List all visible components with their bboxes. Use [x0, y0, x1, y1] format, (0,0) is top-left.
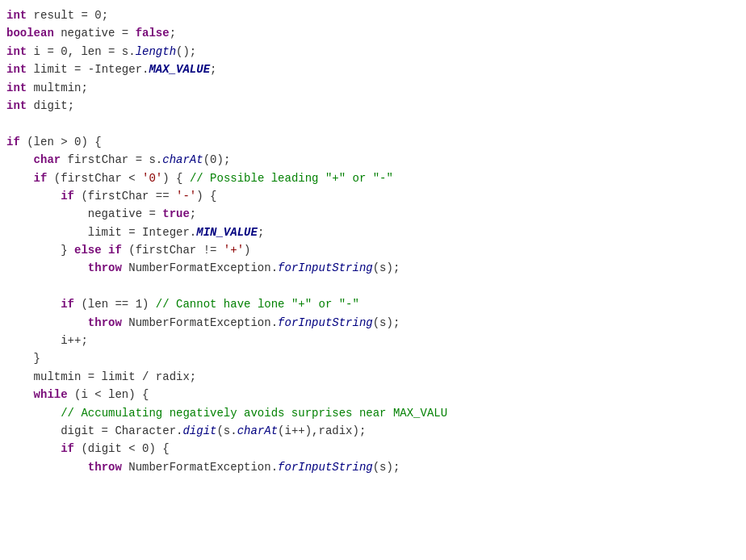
- code-text: [6, 461, 88, 474]
- comment: // Cannot have lone "+" or "-": [156, 298, 359, 311]
- code-text: ;: [258, 226, 264, 239]
- code-text: (firstChar ==: [74, 190, 176, 203]
- keyword: if: [61, 442, 74, 455]
- code-line: [0, 278, 746, 295]
- keyword: if: [61, 190, 74, 203]
- keyword: int: [6, 9, 27, 22]
- constant: MAX_VALUE: [149, 63, 210, 76]
- keyword: int: [6, 63, 27, 76]
- code-line: multmin = limit / radix;: [0, 368, 746, 386]
- code-line: negative = true;: [0, 205, 746, 223]
- code-text: }: [6, 352, 40, 365]
- code-text: NumberFormatException.: [122, 461, 278, 474]
- code-text: (digit < 0) {: [74, 442, 170, 455]
- keyword: throw: [88, 461, 122, 474]
- method-call: forInputString: [278, 261, 373, 274]
- code-text: i++;: [6, 334, 88, 347]
- keyword: int: [6, 81, 27, 94]
- comment: // Accumulating negatively avoids surpri…: [61, 407, 447, 420]
- code-line: digit = Character.digit(s.charAt(i++),ra…: [0, 422, 746, 440]
- code-line: [0, 115, 746, 132]
- keyword: int: [6, 99, 27, 112]
- code-text: i = 0, len = s.: [27, 45, 135, 58]
- code-text: (i < len) {: [68, 388, 149, 401]
- code-text: (s);: [373, 261, 400, 274]
- code-line: } else if (firstChar != '+'): [0, 241, 746, 259]
- keyword: true: [162, 207, 190, 220]
- code-text: (len > 0) {: [20, 136, 102, 148]
- keyword: else if: [74, 244, 122, 257]
- code-text: [6, 407, 61, 420]
- code-text: ;: [210, 63, 216, 76]
- keyword: int: [6, 45, 27, 58]
- code-text: [6, 153, 34, 166]
- code-text: digit;: [27, 99, 74, 112]
- code-line: while (i < len) {: [0, 386, 746, 403]
- comment: // Possible leading "+" or "-": [190, 172, 393, 185]
- code-text: (s);: [373, 316, 400, 329]
- code-line: throw NumberFormatException.forInputStri…: [0, 314, 746, 332]
- code-text: (len == 1): [74, 298, 156, 311]
- code-line: if (digit < 0) {: [0, 440, 746, 458]
- keyword: boolean: [6, 27, 54, 40]
- keyword: if: [34, 172, 48, 185]
- code-text: ): [244, 244, 250, 257]
- code-text: NumberFormatException.: [122, 261, 278, 274]
- method-call: charAt: [162, 153, 203, 166]
- keyword: throw: [88, 316, 122, 329]
- code-text: ();: [176, 45, 196, 58]
- code-line: }: [0, 349, 746, 367]
- method-call: length: [136, 45, 176, 58]
- code-line: int limit = -Integer.MAX_VALUE;: [0, 61, 746, 78]
- code-text: [6, 316, 88, 329]
- code-line: int digit;: [0, 97, 746, 115]
- keyword: while: [34, 388, 68, 401]
- code-text: ;: [190, 207, 196, 220]
- char-literal: '-': [176, 190, 196, 203]
- code-text: }: [6, 244, 74, 257]
- keyword: throw: [88, 261, 122, 274]
- code-text: [6, 298, 61, 311]
- code-text: limit = -Integer.: [27, 63, 149, 76]
- method-call: forInputString: [278, 461, 373, 474]
- code-container: int result = 0; boolean negative = false…: [0, 0, 746, 560]
- code-line: int i = 0, len = s.length();: [0, 43, 746, 61]
- keyword: if: [61, 298, 74, 311]
- code-line: if (firstChar < '0') { // Possible leadi…: [0, 169, 746, 187]
- keyword: if: [6, 136, 20, 148]
- char-literal: '0': [142, 172, 162, 185]
- code-text: result = 0;: [27, 9, 108, 22]
- code-text: [6, 172, 34, 185]
- code-text: multmin;: [27, 81, 88, 94]
- code-text: (0);: [203, 153, 231, 166]
- code-text: firstChar = s.: [61, 153, 162, 166]
- code-line: if (len > 0) {: [0, 133, 746, 151]
- code-line: int result = 0;: [0, 6, 746, 24]
- code-text: NumberFormatException.: [122, 316, 278, 329]
- keyword: char: [34, 153, 61, 166]
- code-text: [6, 388, 34, 401]
- code-line: limit = Integer.MIN_VALUE;: [0, 224, 746, 241]
- code-text: (s.: [216, 424, 237, 437]
- code-text: limit = Integer.: [6, 226, 196, 239]
- code-line: int multmin;: [0, 79, 746, 97]
- char-literal: '+': [224, 244, 244, 257]
- code-text: [6, 442, 61, 455]
- code-text: [6, 261, 88, 274]
- code-line: char firstChar = s.charAt(0);: [0, 151, 746, 169]
- code-line: // Accumulating negatively avoids surpri…: [0, 404, 746, 422]
- code-line: i++;: [0, 332, 746, 349]
- code-text: ) {: [162, 172, 190, 185]
- code-text: negative =: [54, 27, 136, 40]
- code-text: negative =: [6, 207, 162, 220]
- method-call: digit: [182, 424, 216, 437]
- code-text: (s);: [373, 461, 400, 474]
- code-text: (firstChar !=: [122, 244, 224, 257]
- code-text: multmin = limit / radix;: [6, 370, 196, 383]
- code-line: if (firstChar == '-') {: [0, 187, 746, 205]
- constant: MIN_VALUE: [196, 226, 258, 239]
- keyword: false: [136, 27, 170, 40]
- code-text: ) {: [196, 190, 216, 203]
- code-text: digit = Character.: [6, 424, 182, 437]
- code-text: (firstChar <: [47, 172, 142, 185]
